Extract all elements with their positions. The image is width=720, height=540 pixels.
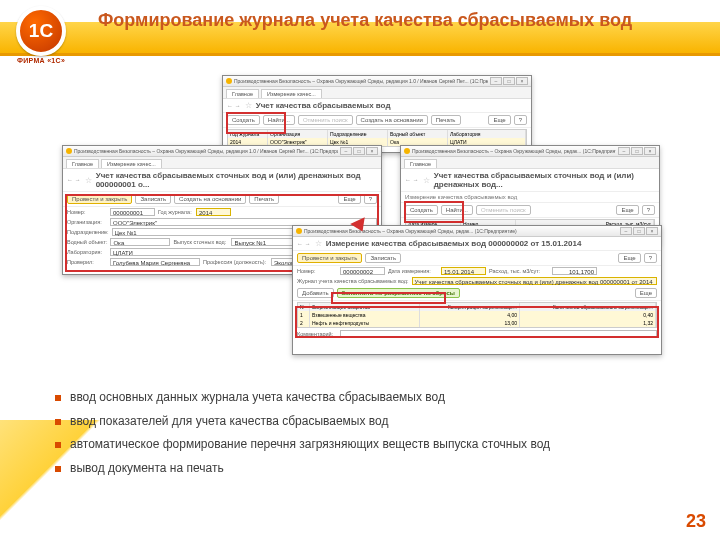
col-pollutant[interactable]: Загрязняющее вещество xyxy=(310,303,420,311)
label: Выпуск сточных вод: xyxy=(173,239,228,245)
label: Лаборатория: xyxy=(67,249,107,255)
print-button[interactable]: Печать xyxy=(249,194,279,204)
tab-main[interactable]: Главное xyxy=(404,159,437,168)
window-controls: – □ × xyxy=(490,77,528,85)
app-icon xyxy=(404,148,410,154)
col-year[interactable]: Год журнала xyxy=(228,130,268,138)
col-dept[interactable]: Подразделение xyxy=(328,130,388,138)
tab-measure[interactable]: Измерение качес... xyxy=(101,159,162,168)
min-icon[interactable]: – xyxy=(340,147,352,155)
tabs: Главное Измерение качес... xyxy=(223,87,531,99)
star-icon[interactable]: ☆ xyxy=(245,101,252,110)
label: Журнал учета качества сбрасываемых вод: xyxy=(297,278,409,284)
write-button[interactable]: Записать xyxy=(135,194,171,204)
rate-field[interactable]: 101,1700 xyxy=(552,267,597,275)
list-item: автоматическое формирование перечня загр… xyxy=(55,437,680,453)
label: Расход, тыс. м3/сут: xyxy=(489,268,549,274)
close-icon[interactable]: × xyxy=(646,227,658,235)
logo-circle: 1С xyxy=(16,6,66,56)
help-icon[interactable]: ? xyxy=(644,253,657,263)
app-icon xyxy=(66,148,72,154)
max-icon[interactable]: □ xyxy=(631,147,643,155)
form-title: Измерение качества сбрасываемых вод 0000… xyxy=(326,239,582,248)
cancel-search-button[interactable]: Отменить поиск xyxy=(476,205,531,215)
number-field[interactable]: 000000001 xyxy=(110,208,155,216)
max-icon[interactable]: □ xyxy=(353,147,365,155)
bullet-list: ввод основных данных журнала учета качес… xyxy=(55,390,680,484)
nav-icon[interactable]: ← → xyxy=(297,241,311,247)
create-based-button[interactable]: Создать на основании xyxy=(356,115,428,125)
tab-measure[interactable]: Измерение качес... xyxy=(261,89,322,98)
date-field[interactable]: 15.01.2014 xyxy=(441,267,486,275)
tab-main[interactable]: Главное xyxy=(66,159,99,168)
more-button[interactable]: Еще xyxy=(616,205,638,215)
comment-field[interactable] xyxy=(340,330,657,338)
form-title: Учет качества сбрасываемых вод xyxy=(256,101,391,110)
col-conc[interactable]: Концентрация загрязняюще... xyxy=(420,303,520,311)
close-icon[interactable]: × xyxy=(516,77,528,85)
col-org[interactable]: Организация xyxy=(268,130,328,138)
logo-brand: ФИРМА «1С» xyxy=(17,57,65,64)
star-icon[interactable]: ☆ xyxy=(315,239,322,248)
label: Номер: xyxy=(297,268,337,274)
max-icon[interactable]: □ xyxy=(633,227,645,235)
titlebar: Производственная Безопасность – Охрана О… xyxy=(63,146,381,157)
journal-field[interactable]: Учет качества сбрасываемых сточных вод и… xyxy=(412,277,658,285)
app-icon xyxy=(226,78,232,84)
star-icon[interactable]: ☆ xyxy=(423,176,430,185)
write-button[interactable]: Записать xyxy=(365,253,401,263)
page-number: 23 xyxy=(686,511,706,532)
print-button[interactable]: Печать xyxy=(431,115,461,125)
post-close-button[interactable]: Провести и закрыть xyxy=(67,194,132,204)
max-icon[interactable]: □ xyxy=(503,77,515,85)
more-button[interactable]: Еще xyxy=(338,194,360,204)
col-lab[interactable]: Лаборатория xyxy=(448,130,526,138)
year-field[interactable]: 2014 xyxy=(196,208,231,216)
nav-icon[interactable]: ← → xyxy=(67,177,81,183)
add-button[interactable]: Добавить xyxy=(297,288,334,298)
fill-button[interactable]: Заполнить по разрешению на сбросы xyxy=(337,288,460,298)
table-row[interactable]: 1Взвешенные вещества4,000,40 xyxy=(298,311,656,319)
more-button[interactable]: Еще xyxy=(488,115,510,125)
window-title: Производственная Безопасность – Охрана О… xyxy=(412,148,616,154)
tab-main[interactable]: Главное xyxy=(226,89,259,98)
close-icon[interactable]: × xyxy=(366,147,378,155)
more-button[interactable]: Еще xyxy=(635,288,657,298)
create-button[interactable]: Создать xyxy=(405,205,438,215)
titlebar: Производственная Безопасность – Охрана О… xyxy=(223,76,531,87)
star-icon[interactable]: ☆ xyxy=(85,176,92,185)
water-field[interactable]: Ока xyxy=(110,238,170,246)
col-amount[interactable]: Количество сбрасываемого загрязняюще... xyxy=(520,303,656,311)
col-n[interactable]: N xyxy=(298,303,310,311)
back-icon[interactable]: ← → xyxy=(227,103,241,109)
post-close-button[interactable]: Провести и закрыть xyxy=(297,253,362,263)
close-icon[interactable]: × xyxy=(644,147,656,155)
list-item: ввод основных данных журнала учета качес… xyxy=(55,390,680,406)
min-icon[interactable]: – xyxy=(620,227,632,235)
find-button[interactable]: Найти... xyxy=(441,205,473,215)
min-icon[interactable]: – xyxy=(490,77,502,85)
section: Измерение качества сбрасываемых вод xyxy=(401,192,659,203)
screenshots-area: Производственная Безопасность – Охрана О… xyxy=(62,75,662,355)
find-button[interactable]: Найти... xyxy=(263,115,295,125)
label: Проверил: xyxy=(67,259,107,265)
label: Профессия (должность): xyxy=(203,259,268,265)
cancel-search-button[interactable]: Отменить поиск xyxy=(298,115,353,125)
create-based-button[interactable]: Создать на основании xyxy=(174,194,246,204)
list-item: вывод документа на печать xyxy=(55,461,680,477)
table-row[interactable]: 2Нефть и нефтепродукты13,001,32 xyxy=(298,319,656,327)
help-icon[interactable]: ? xyxy=(364,194,377,204)
create-button[interactable]: Создать xyxy=(227,115,260,125)
label: Номер: xyxy=(67,209,107,215)
min-icon[interactable]: – xyxy=(618,147,630,155)
label: Водный объект: xyxy=(67,239,107,245)
more-button[interactable]: Еще xyxy=(618,253,640,263)
checked-field[interactable]: Голубева Мария Сергеевна xyxy=(110,258,200,266)
number-field[interactable]: 000000002 xyxy=(340,267,385,275)
list-item: ввод показателей для учета качества сбра… xyxy=(55,414,680,430)
nav-icon[interactable]: ← → xyxy=(405,177,419,183)
help-icon[interactable]: ? xyxy=(514,115,527,125)
col-water[interactable]: Водный объект xyxy=(388,130,448,138)
window-journal-list: Производственная Безопасность – Охрана О… xyxy=(222,75,532,153)
help-icon[interactable]: ? xyxy=(642,205,655,215)
